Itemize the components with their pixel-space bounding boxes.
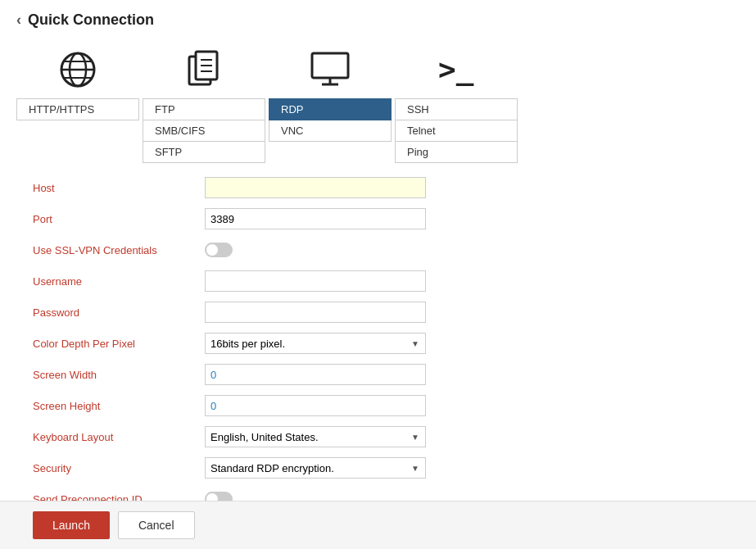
port-label: Port xyxy=(33,213,205,225)
password-label: Password xyxy=(33,306,205,319)
ssl-row: Use SSL-VPN Credentials xyxy=(33,238,723,261)
port-input[interactable] xyxy=(205,208,426,229)
host-row: Host xyxy=(33,176,723,199)
tab-http-https[interactable]: HTTP/HTTPS xyxy=(16,98,139,120)
keyboard-row: Keyboard Layout English, United States. … xyxy=(33,425,723,448)
color-depth-label: Color Depth Per Pixel xyxy=(33,338,205,350)
keyboard-select-wrap: English, United States. English, United … xyxy=(205,426,426,447)
color-depth-row: Color Depth Per Pixel 16bits per pixel. … xyxy=(33,332,723,355)
protocol-tabs-row: HTTP/HTTPS FTP SMB/CIFS SFTP xyxy=(0,40,756,163)
screen-height-label: Screen Height xyxy=(33,400,205,412)
http-tab-items: HTTP/HTTPS xyxy=(16,98,139,120)
screen-width-input[interactable] xyxy=(205,364,426,385)
tab-vnc[interactable]: VNC xyxy=(269,120,392,142)
rdp-form: Host Port Use SSL-VPN Credentials Userna… xyxy=(0,163,756,549)
tab-group-file: FTP SMB/CIFS SFTP xyxy=(143,48,265,163)
password-row: Password xyxy=(33,301,723,324)
tab-telnet[interactable]: Telnet xyxy=(395,120,518,142)
back-button[interactable]: ‹ xyxy=(16,11,21,29)
security-select[interactable]: Standard RDP encryption. NLA (Network Le… xyxy=(205,457,426,479)
launch-button[interactable]: Launch xyxy=(33,511,110,539)
keyboard-label: Keyboard Layout xyxy=(33,431,205,443)
cancel-button[interactable]: Cancel xyxy=(118,511,195,539)
file-tab-items: FTP SMB/CIFS SFTP xyxy=(143,98,265,163)
security-select-wrap: Standard RDP encryption. NLA (Network Le… xyxy=(205,457,426,479)
screen-height-input[interactable] xyxy=(205,395,426,416)
screen-height-row: Screen Height xyxy=(33,394,723,417)
tab-ftp[interactable]: FTP xyxy=(143,98,265,120)
terminal-icon: >_ xyxy=(435,48,478,93)
tab-sftp[interactable]: SFTP xyxy=(143,142,265,163)
svg-text:>_: >_ xyxy=(438,52,474,86)
tab-rdp[interactable]: RDP xyxy=(269,98,392,120)
tab-ping[interactable]: Ping xyxy=(395,142,518,163)
tab-group-terminal: >_ SSH Telnet Ping xyxy=(395,48,518,163)
keyboard-select[interactable]: English, United States. English, United … xyxy=(205,426,426,447)
username-row: Username xyxy=(33,270,723,293)
screen-width-label: Screen Width xyxy=(33,369,205,381)
tab-group-screen: RDP VNC xyxy=(269,48,392,163)
files-icon xyxy=(183,48,225,93)
screen-tab-items: RDP VNC xyxy=(269,98,392,142)
color-depth-select-wrap: 16bits per pixel. 8bits per pixel. 24bit… xyxy=(205,333,426,354)
ssl-toggle[interactable] xyxy=(205,243,233,257)
globe-icon xyxy=(57,48,99,93)
page-title: Quick Connection xyxy=(28,11,154,29)
footer: Launch Cancel xyxy=(0,501,756,549)
host-label: Host xyxy=(33,182,205,194)
ssl-label: Use SSL-VPN Credentials xyxy=(33,244,205,256)
port-row: Port xyxy=(33,207,723,230)
page-header: ‹ Quick Connection xyxy=(0,0,756,40)
username-input[interactable] xyxy=(205,270,426,292)
security-row: Security Standard RDP encryption. NLA (N… xyxy=(33,456,723,479)
screen-width-row: Screen Width xyxy=(33,363,723,386)
tab-group-http: HTTP/HTTPS xyxy=(16,48,139,163)
password-input[interactable] xyxy=(205,302,426,323)
tab-ssh[interactable]: SSH xyxy=(395,98,518,120)
username-label: Username xyxy=(33,275,205,288)
terminal-tab-items: SSH Telnet Ping xyxy=(395,98,518,163)
color-depth-select[interactable]: 16bits per pixel. 8bits per pixel. 24bit… xyxy=(205,333,426,354)
host-input[interactable] xyxy=(205,177,426,198)
monitor-icon xyxy=(309,48,351,93)
ssl-slider xyxy=(205,243,233,257)
security-label: Security xyxy=(33,462,205,474)
ssl-toggle-wrap xyxy=(205,243,233,257)
tab-smb[interactable]: SMB/CIFS xyxy=(143,120,265,142)
svg-rect-10 xyxy=(312,53,348,78)
